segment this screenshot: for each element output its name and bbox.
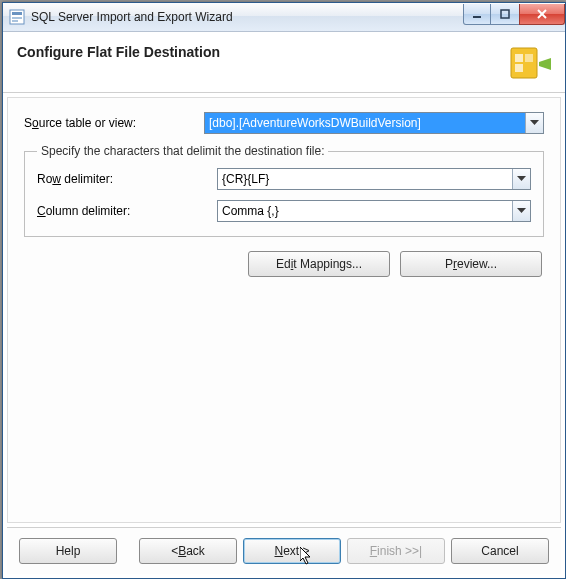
svg-rect-9 [515, 54, 523, 62]
minimize-button[interactable] [463, 4, 491, 25]
svg-marker-15 [517, 208, 526, 213]
page-title: Configure Flat File Destination [17, 44, 220, 60]
row-delimiter-label: Row delimiter: [37, 172, 217, 186]
finish-button: Finish >>| [347, 538, 445, 564]
close-button[interactable] [519, 4, 565, 25]
titlebar: SQL Server Import and Export Wizard [3, 3, 565, 32]
wizard-window: SQL Server Import and Export Wizard Conf… [2, 2, 566, 579]
svg-rect-2 [12, 17, 22, 19]
row-delimiter-value: {CR}{LF} [218, 169, 512, 189]
wizard-header: Configure Flat File Destination [3, 32, 565, 93]
source-table-combobox[interactable]: [dbo].[AdventureWorksDWBuildVersion] [204, 112, 544, 134]
maximize-button[interactable] [490, 4, 520, 25]
chevron-down-icon[interactable] [512, 169, 530, 189]
chevron-down-icon[interactable] [525, 113, 543, 133]
svg-rect-11 [525, 54, 533, 62]
edit-mappings-button[interactable]: Edit Mappings... [248, 251, 390, 277]
svg-marker-13 [530, 120, 539, 125]
window-controls [464, 4, 565, 24]
svg-rect-4 [473, 16, 481, 18]
source-table-value: [dbo].[AdventureWorksDWBuildVersion] [205, 113, 525, 133]
delimiters-legend: Specify the characters that delimit the … [37, 144, 328, 158]
wizard-icon [505, 44, 551, 84]
window-title: SQL Server Import and Export Wizard [31, 10, 464, 24]
svg-rect-3 [12, 20, 18, 22]
wizard-footer: Help < Back Next > Finish >>| Cancel [7, 527, 561, 574]
source-row: Source table or view: [dbo].[AdventureWo… [24, 112, 544, 134]
svg-rect-8 [511, 48, 537, 78]
cancel-button[interactable]: Cancel [451, 538, 549, 564]
svg-rect-1 [12, 12, 22, 15]
app-icon [9, 9, 25, 25]
body-button-row: Edit Mappings... Preview... [24, 251, 544, 277]
svg-marker-14 [517, 176, 526, 181]
svg-rect-10 [515, 64, 523, 72]
help-button[interactable]: Help [19, 538, 117, 564]
column-delimiter-value: Comma {,} [218, 201, 512, 221]
row-delimiter-combobox[interactable]: {CR}{LF} [217, 168, 531, 190]
delimiters-groupbox: Specify the characters that delimit the … [24, 144, 544, 237]
next-button[interactable]: Next > [243, 538, 341, 564]
svg-rect-5 [501, 10, 509, 18]
svg-marker-12 [539, 58, 551, 70]
column-delimiter-row: Column delimiter: Comma {,} [37, 200, 531, 222]
wizard-body: Source table or view: [dbo].[AdventureWo… [7, 97, 561, 523]
back-button[interactable]: < Back [139, 538, 237, 564]
row-delimiter-row: Row delimiter: {CR}{LF} [37, 168, 531, 190]
preview-button[interactable]: Preview... [400, 251, 542, 277]
column-delimiter-combobox[interactable]: Comma {,} [217, 200, 531, 222]
chevron-down-icon[interactable] [512, 201, 530, 221]
column-delimiter-label: Column delimiter: [37, 204, 217, 218]
source-label: Source table or view: [24, 116, 204, 130]
